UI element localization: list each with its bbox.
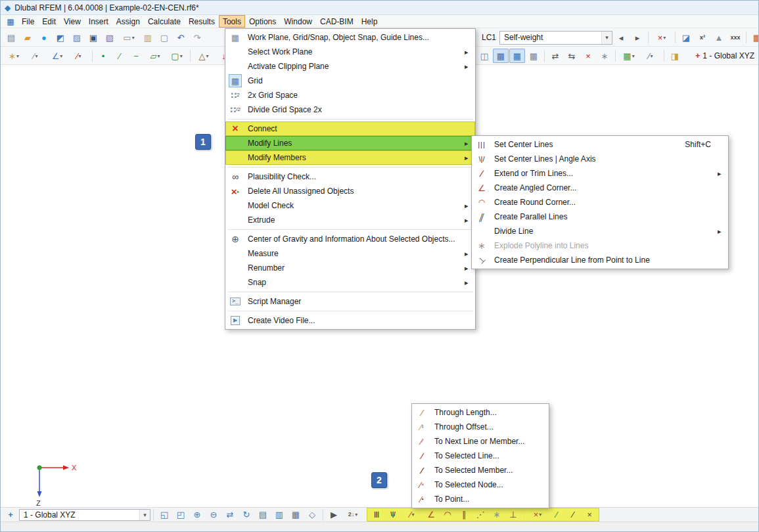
coordinate-system-icon[interactable] [3, 508, 18, 521]
next-load-case-icon[interactable]: ▸ [630, 30, 645, 45]
delete-results-icon[interactable]: × [651, 30, 672, 45]
menu-item[interactable]: To Selected Member... [412, 463, 549, 477]
menu-item[interactable]: Create Parallel Lines [472, 210, 728, 224]
menu-item[interactable]: Through Length... [412, 405, 549, 420]
edit-tools-icon[interactable]: ∕ [68, 49, 89, 63]
menu-item[interactable]: Modify Members [225, 150, 475, 165]
zoom-out-icon[interactable]: ⊖ [206, 508, 221, 521]
new-node-icon[interactable]: • [95, 49, 111, 63]
new-support-icon[interactable]: △ [193, 49, 214, 63]
weld-lines-icon[interactable]: × [582, 508, 597, 521]
menu-item[interactable]: Grid [225, 74, 475, 88]
menu-item[interactable]: Renumber [225, 261, 475, 275]
numbering-sort-icon[interactable]: 2↓ [342, 508, 363, 521]
set-center-lines-icon[interactable]: ||| [369, 508, 384, 521]
work-plane-xz-icon[interactable]: ▦ [526, 49, 541, 63]
menu-item[interactable]: Divide Grid Space 2x [225, 102, 475, 117]
new-opening-icon[interactable]: ▢ [166, 49, 187, 63]
extreme-values-xxx-icon[interactable]: xxx [727, 30, 743, 45]
menu-item[interactable]: To Point... [412, 492, 549, 506]
dimension-tools-icon[interactable]: ∕ [25, 49, 46, 63]
navigator-panel-icon[interactable]: ◨ [667, 49, 683, 63]
menu-results[interactable]: Results [185, 15, 219, 28]
menu-item[interactable]: To Selected Node... [412, 477, 549, 492]
menu-item[interactable]: Set Center Lines | Angle Axis [472, 152, 728, 166]
insert-node-on-line-icon[interactable]: ∕ [549, 508, 564, 521]
isometric-view-icon[interactable]: ◇ [304, 508, 320, 521]
menu-item[interactable]: Work Plane, Grid/Snap, Object Snap, Guid… [225, 30, 475, 45]
explode-polyline-icon[interactable]: ∗ [489, 508, 505, 521]
menu-item[interactable]: Snap [225, 275, 475, 290]
menu-item[interactable]: To Next Line or Member... [412, 434, 549, 449]
menu-item[interactable]: Create Angled Corner... [472, 181, 728, 195]
view-z-icon[interactable]: ▦ [288, 508, 304, 521]
menu-assign[interactable]: Assign [112, 15, 144, 28]
set-center-lines-angle-icon[interactable]: \|/ [385, 508, 401, 521]
work-plane-yz-icon[interactable]: ▦ [509, 49, 525, 63]
view-y-icon[interactable]: ▥ [271, 508, 287, 521]
perpendicular-line-icon[interactable]: ⊥ [505, 508, 521, 521]
print-preview-icon[interactable]: ▨ [69, 30, 85, 45]
extend-trim-lines-icon[interactable]: ∕ [402, 508, 423, 521]
annotation-tools-icon[interactable]: ∠ [47, 49, 68, 63]
parallel-lines-icon[interactable]: ∥ [456, 508, 472, 521]
zoom-in-icon[interactable]: ⊕ [189, 508, 205, 521]
menu-item[interactable]: Center of Gravity and Information About … [225, 232, 475, 246]
connect-lines-icon[interactable]: × [527, 508, 548, 521]
active-coordinate-system[interactable]: 1 - Global XYZ [695, 48, 754, 64]
menu-item[interactable]: Script Manager [225, 294, 475, 309]
work-plane-icon[interactable]: ◫ [476, 49, 492, 63]
menu-view[interactable]: View [60, 15, 85, 28]
menu-help[interactable]: Help [357, 15, 382, 28]
save-as-icon[interactable]: ▧ [102, 30, 118, 45]
pan-view-icon[interactable]: ⇄ [222, 508, 238, 521]
new-line-icon[interactable]: ∕ [112, 49, 127, 63]
menu-item[interactable]: Extend or Trim Lines... [472, 166, 728, 181]
save-icon[interactable]: ▣ [85, 30, 101, 45]
guide-lines-icon[interactable]: ∕ [640, 49, 661, 63]
printer-icon[interactable]: ▭ [118, 30, 139, 45]
menu-item[interactable]: Set Center Lines Shift+C [472, 137, 728, 152]
control-panel-icon[interactable]: ▦ [749, 30, 759, 45]
model-settings-icon[interactable]: ◩ [53, 30, 68, 45]
display-properties-icon[interactable]: ∗ [597, 49, 612, 63]
printout-report-icon[interactable]: ▥ [140, 30, 156, 45]
display-masses-icon[interactable]: ▲ [711, 30, 727, 45]
menu-item[interactable]: Create Perpendicular Line from Point to … [472, 253, 728, 267]
menu-cad-bim[interactable]: CAD-BIM [316, 15, 357, 28]
menu-item[interactable]: Activate Clipping Plane [225, 59, 475, 74]
new-surface-icon[interactable]: ▱ [145, 49, 166, 63]
menu-item[interactable]: Model Check [225, 198, 475, 213]
show-results-icon[interactable]: ◪ [678, 30, 694, 45]
clipboard-icon[interactable]: ▤ [3, 30, 19, 45]
angled-corner-icon[interactable]: ∠ [423, 508, 439, 521]
zoom-window-icon[interactable]: ◰ [173, 508, 189, 521]
menu-item[interactable]: Connect [225, 122, 475, 136]
move-copy-icon[interactable]: ⇄ [547, 49, 563, 63]
menu-item[interactable]: To Selected Line... [412, 449, 549, 463]
menu-item[interactable]: Modify Lines [225, 136, 475, 150]
trim-two-lines-icon[interactable]: ∕ [565, 508, 581, 521]
menu-window[interactable]: Window [280, 15, 316, 28]
extreme-values-x3-icon[interactable]: x³ [695, 30, 710, 45]
rotate-view-icon[interactable]: ↻ [239, 508, 254, 521]
view-x-icon[interactable]: ▤ [255, 508, 271, 521]
new-member-icon[interactable]: − [128, 49, 144, 63]
pointer-mode-icon[interactable]: ▶ [326, 508, 342, 521]
dlubal-online-icon[interactable]: ● [36, 30, 52, 45]
load-case-selector[interactable]: Self-weight [499, 31, 612, 45]
undo-icon[interactable]: ↶ [173, 30, 189, 45]
zoom-extents-icon[interactable]: ◱ [156, 508, 172, 521]
menu-file[interactable]: File [18, 15, 38, 28]
redo-icon[interactable]: ↷ [189, 30, 205, 45]
selection-tools-icon[interactable]: ∗ [3, 49, 24, 63]
menu-item[interactable]: Select Work Plane [225, 45, 475, 59]
previous-load-case-icon[interactable]: ◂ [613, 30, 629, 45]
menu-item[interactable]: Measure [225, 246, 475, 261]
delete-objects-icon[interactable]: × [580, 49, 596, 63]
menu-item[interactable]: 2x Grid Space [225, 88, 475, 102]
menu-item[interactable]: Through Offset... [412, 420, 549, 434]
menu-item[interactable]: Delete All Unassigned Objects [225, 184, 475, 198]
grid-toggle-icon[interactable]: ▦ [618, 49, 639, 63]
menu-item[interactable]: Create Round Corner... [472, 195, 728, 210]
